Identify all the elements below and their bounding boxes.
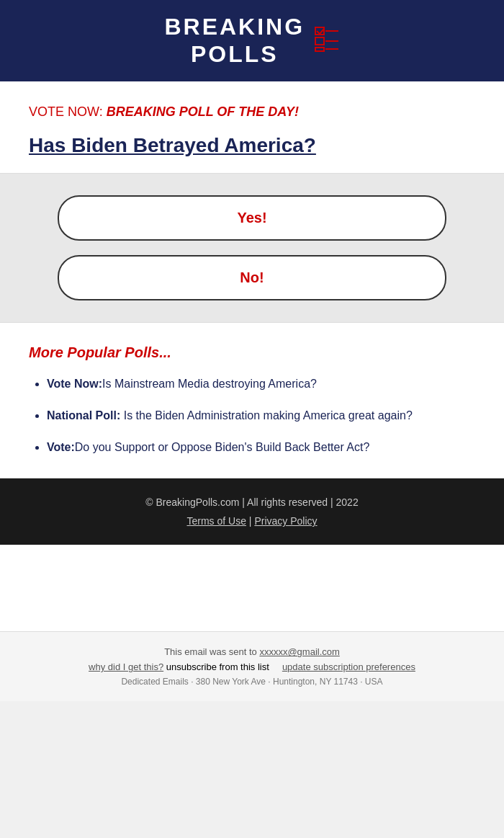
footer-dark: © BreakingPolls.com | All rights reserve… [0,478,504,545]
brand-name: BREAKING POLLS [164,13,305,68]
poll-bold-3: Vote: [47,441,75,453]
terms-of-use-link[interactable]: Terms of Use [186,515,246,527]
mailing-address: Dedicated Emails · 380 New York Ave · Hu… [14,677,490,687]
privacy-policy-link[interactable]: Privacy Policy [254,515,317,527]
bottom-white-area [0,545,504,631]
footer-copyright: © BreakingPolls.com | All rights reserve… [14,496,490,508]
poll-normal-3: Do you Support or Oppose Biden's Build B… [75,441,370,453]
vote-now-bold: BREAKING POLL OF THE DAY! [107,104,299,119]
list-item: National Poll: Is the Biden Administrati… [47,407,475,424]
email-footer-links-row: why did I get this? unsubscribe from thi… [14,661,490,672]
why-did-i-get-this-link[interactable]: why did I get this? [89,661,163,672]
footer-links: Terms of Use | Privacy Policy [14,515,490,527]
update-subscription-link[interactable]: update subscription preferences [282,661,415,672]
vote-now-prefix: VOTE NOW: [29,104,107,119]
more-polls-section: More Popular Polls... Vote Now:Is Mainst… [0,323,504,478]
buttons-section: Yes! No! [0,174,504,323]
poll-bold-2: National Poll: [47,409,120,422]
email-footer: This email was sent to xxxxxx@gmail.com … [0,631,504,701]
list-item: Vote Now:Is Mainstream Media destroying … [47,375,475,393]
poll-bold-1: Vote Now: [47,378,102,390]
svg-rect-6 [315,48,324,51]
vote-now-label: VOTE NOW: BREAKING POLL OF THE DAY! [29,103,475,121]
yes-button[interactable]: Yes! [58,195,446,241]
page-wrapper: BREAKING POLLS VOTE NOW: BREAKING POLL [0,0,504,701]
poll-normal-1: Is Mainstream Media destroying America? [102,378,317,390]
poll-question: Has Biden Betrayed America? [29,133,475,159]
more-polls-title: More Popular Polls... [29,344,475,361]
list-item: Vote:Do you Support or Oppose Biden's Bu… [47,439,475,456]
polls-list: Vote Now:Is Mainstream Media destroying … [29,375,475,456]
email-address-link[interactable]: xxxxxx@gmail.com [259,646,339,657]
logo-icon [314,26,340,55]
sent-to-prefix: This email was sent to [164,646,259,657]
no-button[interactable]: No! [58,255,446,300]
email-sent-to: This email was sent to xxxxxx@gmail.com [14,646,490,657]
poll-normal-2: Is the Biden Administration making Ameri… [120,409,413,422]
svg-rect-4 [315,37,324,45]
unsubscribe-text: unsubscribe from this list [166,661,269,672]
header: BREAKING POLLS [0,0,504,81]
hero-section: VOTE NOW: BREAKING POLL OF THE DAY! Has … [0,81,504,174]
